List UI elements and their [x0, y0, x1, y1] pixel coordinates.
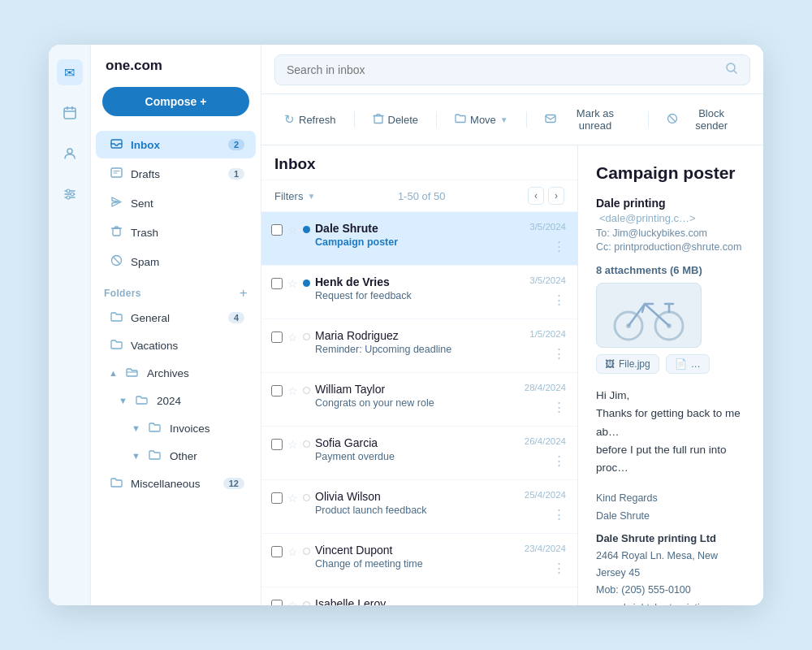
email-sender: William Taylor	[315, 383, 514, 396]
file-chip-2[interactable]: 📄 …	[666, 354, 710, 374]
preview-thumbnail[interactable]	[596, 283, 702, 348]
star-icon[interactable]: ☆	[287, 545, 298, 558]
star-icon[interactable]: ☆	[287, 331, 298, 344]
compose-button[interactable]: Compose +	[102, 87, 249, 116]
table-row[interactable]: ☆ William Taylor Congrats on your new ro…	[261, 373, 577, 427]
search-input[interactable]	[287, 63, 717, 76]
sidebar-item-spam[interactable]: Spam	[96, 248, 256, 275]
email-preview: Campaign poster Dale printing <dale@prin…	[578, 145, 763, 605]
email-more-button[interactable]: ⋮	[552, 345, 566, 362]
file-icon: 🖼	[605, 358, 615, 370]
star-icon[interactable]: ☆	[287, 492, 298, 505]
file-chip[interactable]: 🖼 File.jpg	[596, 354, 659, 374]
table-row[interactable]: ☆ Isabelle Leroy ⋮	[261, 587, 577, 605]
sidebar-item-2024[interactable]: ▼ 2024	[96, 388, 256, 414]
search-icon	[725, 62, 738, 78]
toolbar: ↻ Refresh Delete Move ▼	[261, 94, 763, 145]
sidebar-item-vacations[interactable]: Vacations	[96, 332, 256, 358]
sidebar-item-other[interactable]: ▼ Other	[96, 443, 256, 469]
filters-label: Filters	[274, 190, 303, 202]
star-icon[interactable]: ☆	[287, 599, 298, 605]
next-page-button[interactable]: ›	[548, 187, 564, 205]
chevron-up-icon: ▲	[109, 368, 118, 378]
email-more-button[interactable]: ⋮	[552, 604, 566, 605]
controls-icon[interactable]	[57, 181, 83, 207]
inbox-label: Inbox	[131, 139, 160, 151]
email-more-button[interactable]: ⋮	[552, 453, 566, 470]
drafts-label: Drafts	[131, 168, 160, 180]
sidebar-item-invoices[interactable]: ▼ Invoices	[96, 415, 256, 441]
sidebar-item-drafts[interactable]: Drafts 1	[96, 160, 256, 188]
move-button[interactable]: Move ▼	[445, 108, 518, 132]
vacations-label: Vacations	[131, 340, 178, 352]
table-row[interactable]: ☆ Sofia Garcia Payment overdue 26/4/2024…	[261, 427, 577, 480]
preview-body: Hi Jim, Thanks for getting back to me ab…	[596, 387, 745, 477]
email-more-button[interactable]: ⋮	[552, 560, 566, 577]
search-bar[interactable]	[274, 54, 750, 85]
svg-rect-22	[374, 115, 382, 123]
sidebar-item-general[interactable]: General 4	[96, 305, 256, 331]
email-checkbox[interactable]	[271, 600, 283, 605]
general-badge: 4	[228, 312, 244, 323]
separator3	[526, 111, 527, 128]
email-checkbox[interactable]	[271, 439, 283, 450]
email-checkbox[interactable]	[271, 385, 283, 396]
sidebar-item-inbox[interactable]: Inbox 2	[96, 131, 256, 158]
email-meta: 23/4/2024 ⋮	[519, 544, 566, 577]
table-row[interactable]: ☆ Dale Shrute Campaign poster 3/5/2024 ⋮	[261, 212, 577, 266]
email-more-button[interactable]: ⋮	[552, 506, 566, 523]
folder-icon	[109, 339, 123, 352]
add-folder-button[interactable]: +	[240, 285, 248, 301]
other-label: Other	[170, 450, 197, 462]
email-body: Sofia Garcia Payment overdue	[315, 436, 514, 462]
mark-unread-icon	[545, 113, 556, 127]
star-icon[interactable]: ☆	[287, 277, 298, 290]
spam-label: Spam	[131, 256, 159, 268]
star-icon[interactable]: ☆	[287, 223, 298, 236]
email-checkbox[interactable]	[271, 224, 283, 236]
star-icon[interactable]: ☆	[287, 438, 298, 451]
svg-rect-0	[64, 108, 76, 119]
email-list: Inbox Filters ▼ 1-50 of 50 ‹ ›	[261, 145, 578, 605]
sidebar-item-sent[interactable]: Sent	[96, 189, 256, 217]
filters-button[interactable]: Filters ▼	[274, 190, 315, 202]
mail-icon[interactable]: ✉	[57, 59, 83, 85]
delete-button[interactable]: Delete	[363, 108, 429, 132]
chevron-down-icon: ▼	[119, 396, 127, 405]
email-body: Maria Rodriguez Reminder: Upcoming deadl…	[315, 329, 514, 355]
mark-unread-button[interactable]: Mark as unread	[535, 102, 640, 136]
table-row[interactable]: ☆ Vincent Dupont Change of meeting time …	[261, 534, 577, 587]
general-label: General	[131, 312, 170, 324]
email-more-button[interactable]: ⋮	[552, 399, 566, 416]
move-icon	[455, 113, 466, 127]
email-subject: Reminder: Upcoming deadline	[315, 344, 514, 355]
preview-sender-email: <dale@printing.c…>	[599, 212, 696, 224]
email-filters-row: Filters ▼ 1-50 of 50 ‹ ›	[261, 180, 577, 212]
contacts-icon[interactable]	[57, 141, 83, 167]
block-sender-button[interactable]: Block sender	[657, 102, 750, 136]
sidebar-item-archives[interactable]: ▲ Archives	[96, 360, 256, 386]
email-subject: Payment overdue	[315, 451, 514, 462]
star-icon[interactable]: ☆	[287, 384, 298, 397]
calendar-icon[interactable]	[57, 100, 83, 126]
sidebar-item-miscellaneous[interactable]: Miscellaneous 12	[96, 470, 256, 496]
table-row[interactable]: ☆ Henk de Vries Request for feedback 3/5…	[261, 266, 577, 319]
file-icon-2: 📄	[675, 358, 687, 370]
read-dot	[303, 601, 310, 605]
email-checkbox[interactable]	[271, 278, 283, 289]
sidebar-item-trash[interactable]: Trash	[96, 219, 256, 246]
email-more-button[interactable]: ⋮	[552, 292, 566, 309]
refresh-button[interactable]: ↻ Refresh	[274, 107, 346, 132]
table-row[interactable]: ☆ Maria Rodriguez Reminder: Upcoming dea…	[261, 319, 577, 373]
table-row[interactable]: ☆ Olivia Wilson Product launch feedback …	[261, 480, 577, 534]
email-list-header: Inbox	[261, 145, 577, 180]
miscellaneous-badge: 12	[223, 478, 244, 489]
email-checkbox[interactable]	[271, 332, 283, 343]
email-sender: Henk de Vries	[315, 275, 514, 288]
preview-title: Campaign poster	[596, 163, 745, 183]
pagination: ‹ ›	[528, 187, 564, 205]
email-checkbox[interactable]	[271, 546, 283, 557]
email-checkbox[interactable]	[271, 492, 283, 504]
email-more-button[interactable]: ⋮	[552, 238, 566, 255]
prev-page-button[interactable]: ‹	[528, 187, 544, 205]
